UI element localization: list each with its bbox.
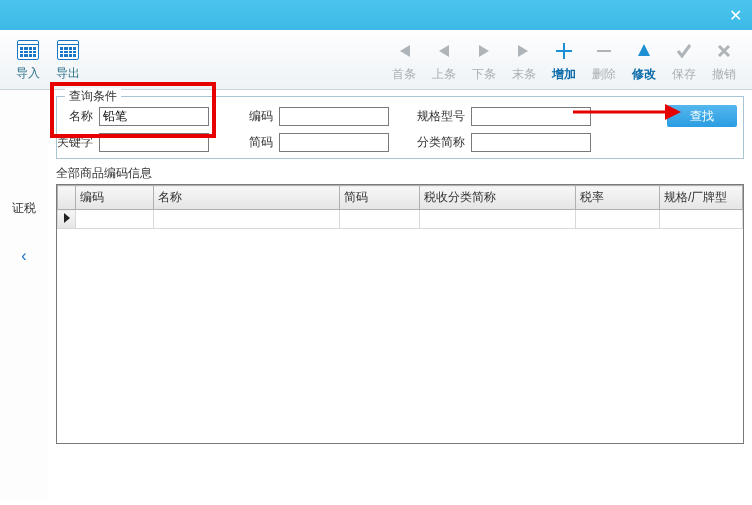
toolbar-label: 首条 (392, 66, 416, 83)
col-header[interactable]: 名称 (154, 186, 340, 210)
toolbar: 导入 导出 首条 上条 下条 末条 增加 删除 (0, 30, 752, 90)
toolbar-label: 删除 (592, 66, 616, 83)
toolbar-label: 末条 (512, 66, 536, 83)
name-label: 名称 (63, 108, 93, 125)
first-icon (391, 38, 417, 64)
col-header[interactable]: 税收分类简称 (420, 186, 576, 210)
col-header[interactable]: 税率 (576, 186, 660, 210)
edit-icon (631, 38, 657, 64)
col-header[interactable]: 编码 (76, 186, 154, 210)
name-input[interactable] (99, 107, 209, 126)
data-grid[interactable]: 编码 名称 简码 税收分类简称 税率 规格/厂牌型 (56, 184, 744, 444)
toolbar-label: 保存 (672, 66, 696, 83)
grid-header-row: 编码 名称 简码 税收分类简称 税率 规格/厂牌型 (58, 186, 743, 210)
search-button[interactable]: 查找 (667, 105, 737, 127)
keyword-label: 关键字 (53, 134, 93, 151)
import-button[interactable]: 导入 (8, 32, 48, 88)
close-button[interactable]: ✕ (724, 4, 746, 26)
row-indicator (58, 210, 76, 229)
add-button[interactable]: 增加 (544, 32, 584, 88)
catshort-label: 分类简称 (411, 134, 465, 151)
table-row[interactable] (58, 210, 743, 229)
shortcode-input[interactable] (279, 133, 389, 152)
code-label: 编码 (243, 108, 273, 125)
last-icon (511, 38, 537, 64)
close-icon: ✕ (729, 6, 742, 25)
toolbar-label: 增加 (552, 66, 576, 83)
prev-icon (431, 38, 457, 64)
delete-button[interactable]: 删除 (584, 32, 624, 88)
fieldset-legend: 查询条件 (65, 88, 121, 105)
catshort-input[interactable] (471, 133, 591, 152)
code-input[interactable] (279, 107, 389, 126)
row-header-corner (58, 186, 76, 210)
grid-title: 全部商品编码信息 (56, 165, 744, 182)
undo-button[interactable]: 撤销 (704, 32, 744, 88)
prev-record-button[interactable]: 上条 (424, 32, 464, 88)
toolbar-label: 下条 (472, 66, 496, 83)
next-record-button[interactable]: 下条 (464, 32, 504, 88)
toolbar-label: 撤销 (712, 66, 736, 83)
shortcode-label: 简码 (243, 134, 273, 151)
col-header[interactable]: 规格/厂牌型 (660, 186, 743, 210)
check-icon (671, 38, 697, 64)
save-button[interactable]: 保存 (664, 32, 704, 88)
spec-input[interactable] (471, 107, 591, 126)
current-row-icon (64, 213, 70, 223)
spec-label: 规格型号 (411, 108, 465, 125)
left-sidebar: 证税 ‹ (0, 90, 48, 500)
last-record-button[interactable]: 末条 (504, 32, 544, 88)
sidebar-label: 证税 (12, 200, 36, 217)
titlebar: ✕ (0, 0, 752, 30)
export-button[interactable]: 导出 (48, 32, 88, 88)
main-area: 查询条件 名称 编码 规格型号 查找 关键字 简码 分类简称 (48, 90, 752, 505)
plus-icon (551, 38, 577, 64)
toolbar-label: 上条 (432, 66, 456, 83)
toolbar-label: 导入 (16, 65, 40, 82)
calendar-icon (55, 37, 81, 63)
undo-icon (711, 38, 737, 64)
query-fieldset: 查询条件 名称 编码 规格型号 查找 关键字 简码 分类简称 (56, 96, 744, 159)
next-icon (471, 38, 497, 64)
minus-icon (591, 38, 617, 64)
calendar-icon (15, 37, 41, 63)
toolbar-label: 修改 (632, 66, 656, 83)
col-header[interactable]: 简码 (340, 186, 420, 210)
modify-button[interactable]: 修改 (624, 32, 664, 88)
collapse-arrow-icon[interactable]: ‹ (21, 247, 26, 265)
first-record-button[interactable]: 首条 (384, 32, 424, 88)
toolbar-label: 导出 (56, 65, 80, 82)
keyword-input[interactable] (99, 133, 209, 152)
grid-section: 全部商品编码信息 编码 名称 简码 税收分类简称 税率 规格/厂牌型 (56, 165, 744, 444)
